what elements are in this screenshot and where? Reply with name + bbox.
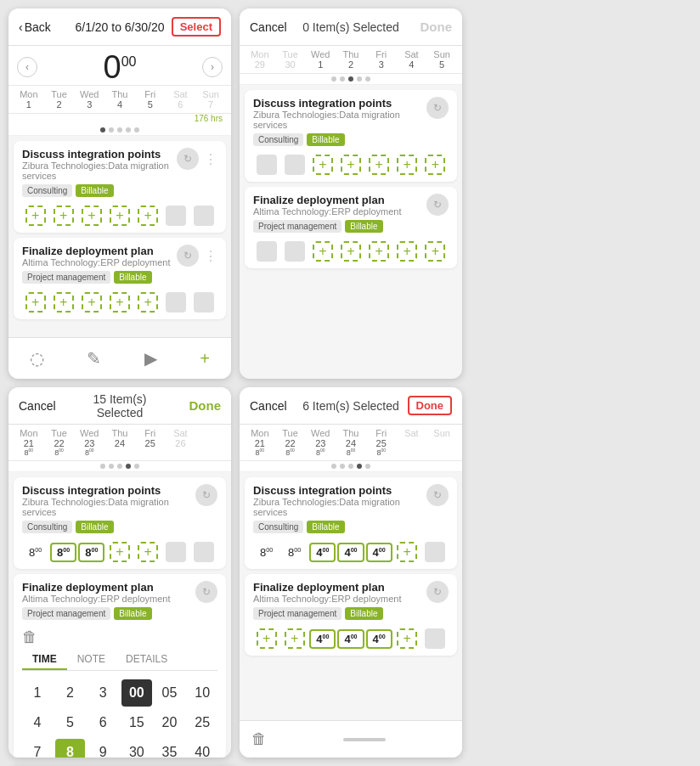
add-icon-1[interactable]: +	[191, 346, 218, 372]
add-btn-1-2-1[interactable]: +	[25, 292, 46, 313]
picker-h-4[interactable]: 4	[22, 709, 53, 736]
picker-m-20[interactable]: 20	[155, 709, 185, 736]
cell-3-1-1[interactable]: 800	[22, 546, 48, 559]
pencil-icon-1[interactable]: ✎	[78, 345, 110, 372]
picker-m-10[interactable]: 10	[187, 679, 217, 707]
picker-m-15[interactable]: 15	[121, 709, 152, 736]
add-btn-3-1-4[interactable]: +	[110, 542, 130, 562]
dot-3-1	[100, 464, 105, 469]
trash-icon-4[interactable]: 🗑	[251, 730, 267, 748]
next-btn-1[interactable]: ›	[202, 57, 223, 77]
entry-subtitle-2-2: Altima Technology:ERP deployment	[253, 206, 401, 217]
add-btn-1-2-2[interactable]: +	[54, 292, 74, 313]
select-button-1[interactable]: Select	[172, 17, 221, 37]
cell-1-1-2[interactable]: +	[50, 206, 76, 226]
tab-note-3[interactable]: NOTE	[67, 650, 116, 670]
picker-m-00[interactable]: 00	[121, 679, 152, 707]
picker-m-05[interactable]: 05	[155, 679, 185, 707]
cell-3-1-2[interactable]: 800	[50, 543, 76, 562]
cell-1-1-1[interactable]: +	[22, 206, 48, 226]
cell-1-1-5[interactable]: +	[135, 206, 161, 226]
cell-4-1-3[interactable]: 400	[309, 543, 336, 562]
sync-icon-4-2[interactable]: ↻	[426, 581, 449, 603]
add-btn-1-1-3[interactable]: +	[82, 206, 102, 226]
cell-1-1-3[interactable]: +	[78, 206, 104, 226]
trash-icon-3-2[interactable]: 🗑	[22, 628, 37, 645]
add-btn-2-2-4[interactable]: +	[341, 241, 361, 262]
picker-h-8[interactable]: 8	[55, 739, 86, 758]
picker-m-25[interactable]: 25	[187, 709, 217, 736]
sync-icon-1-2[interactable]: ↻	[177, 245, 199, 267]
done-button-2[interactable]: Done	[421, 20, 453, 34]
cell-4-2-3[interactable]: 400	[309, 629, 336, 649]
picker-h-7[interactable]: 7	[22, 739, 53, 758]
done-button-3[interactable]: Done	[189, 398, 222, 413]
add-btn-2-2-5[interactable]: +	[369, 241, 389, 262]
entry-row-4-2: + + 400 400 400 +	[253, 628, 449, 649]
picker-h-3[interactable]: 3	[88, 679, 118, 707]
back-button-1[interactable]: ‹ Back	[19, 20, 51, 34]
history-icon-1[interactable]: ◌	[21, 345, 53, 372]
more-icon-1-1[interactable]: ⋮	[204, 151, 217, 167]
entry-title-2-1: Discuss integration points	[253, 97, 426, 110]
tab-details-3[interactable]: DETAILS	[116, 650, 178, 670]
add-btn-2-1-5[interactable]: +	[369, 155, 389, 175]
add-btn-1-1-1[interactable]: +	[25, 206, 46, 226]
sync-icon-2-1[interactable]: ↻	[426, 97, 449, 119]
picker-h-6[interactable]: 6	[88, 709, 118, 736]
cancel-button-2[interactable]: Cancel	[250, 20, 287, 34]
entries-list-4: Discuss integration points Zibura Techno…	[240, 472, 462, 720]
add-btn-4-2-6[interactable]: +	[397, 628, 417, 649]
cell-4-1-5[interactable]: 400	[366, 543, 392, 562]
picker-m-30[interactable]: 30	[121, 739, 152, 758]
add-btn-2-2-6[interactable]: +	[397, 241, 417, 262]
week-day-mon-1: Mon1	[14, 89, 44, 110]
add-btn-1-2-3[interactable]: +	[82, 292, 102, 313]
picker-h-9[interactable]: 9	[88, 739, 118, 758]
add-btn-2-1-7[interactable]: +	[425, 155, 445, 175]
cancel-button-4[interactable]: Cancel	[250, 399, 287, 413]
add-btn-3-1-5[interactable]: +	[138, 542, 158, 562]
add-btn-1-1-2[interactable]: +	[54, 206, 74, 226]
entry-header-1-2: Finalize deployment plan Altima Technolo…	[22, 245, 217, 289]
picker-m-35[interactable]: 35	[155, 739, 185, 758]
picker-h-5[interactable]: 5	[55, 709, 86, 736]
cell-4-2-5[interactable]: 400	[366, 629, 392, 649]
range-note-1: 176 hrs	[8, 114, 231, 125]
dot-1-5	[134, 127, 139, 132]
dot-4-2	[340, 464, 345, 469]
sync-icon-4-1[interactable]: ↻	[426, 484, 449, 506]
top-bar-4: Cancel 6 Item(s) Selected Done	[240, 387, 462, 425]
add-btn-2-1-3[interactable]: +	[313, 155, 333, 175]
add-btn-1-2-4[interactable]: +	[110, 292, 130, 313]
cell-4-1-4[interactable]: 400	[337, 543, 364, 562]
cell-4-1-1[interactable]: 800	[253, 546, 279, 559]
add-btn-1-2-5[interactable]: +	[138, 292, 158, 313]
picker-h-1[interactable]: 1	[22, 679, 53, 707]
add-btn-4-2-2[interactable]: +	[285, 628, 305, 649]
sync-icon-2-2[interactable]: ↻	[426, 194, 449, 216]
add-btn-2-1-4[interactable]: +	[341, 155, 361, 175]
done-button-4[interactable]: Done	[408, 396, 453, 415]
add-btn-1-1-5[interactable]: +	[138, 206, 158, 226]
more-icon-1-2[interactable]: ⋮	[204, 248, 217, 264]
cell-1-1-4[interactable]: +	[106, 206, 133, 226]
picker-m-40[interactable]: 40	[187, 739, 217, 758]
prev-btn-1[interactable]: ‹	[17, 57, 37, 77]
picker-h-2[interactable]: 2	[55, 679, 86, 707]
sync-icon-3-1[interactable]: ↻	[195, 484, 217, 506]
add-btn-2-2-3[interactable]: +	[313, 241, 333, 262]
add-btn-4-1-6[interactable]: +	[397, 542, 417, 562]
sync-icon-3-2[interactable]: ↻	[195, 581, 217, 603]
cell-4-1-2[interactable]: 800	[281, 546, 308, 559]
cell-3-1-3[interactable]: 800	[78, 543, 104, 562]
add-btn-4-2-1[interactable]: +	[257, 628, 277, 649]
cancel-button-3[interactable]: Cancel	[19, 399, 56, 413]
add-btn-1-1-4[interactable]: +	[110, 206, 130, 226]
add-btn-2-1-6[interactable]: +	[397, 155, 417, 175]
send-icon-1[interactable]: ▶	[136, 345, 166, 372]
sync-icon-1-1[interactable]: ↻	[177, 148, 199, 170]
cell-4-2-4[interactable]: 400	[337, 629, 364, 649]
tab-time-3[interactable]: TIME	[22, 650, 67, 670]
add-btn-2-2-7[interactable]: +	[425, 241, 445, 262]
